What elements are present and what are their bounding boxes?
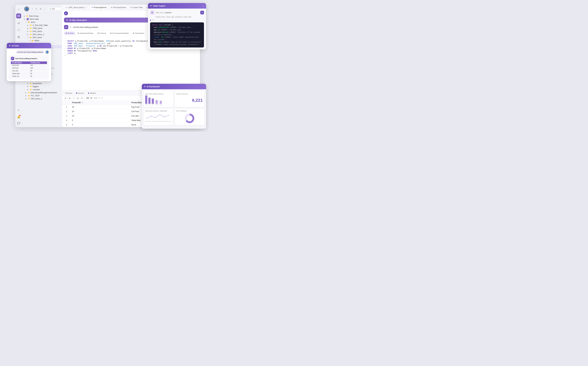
ai-dashboard-panel: ✦ AI Dashboard Top 5 best-selling produc… bbox=[142, 84, 206, 129]
tab-create-table[interactable]: ⊞ Create Table bbox=[128, 6, 144, 9]
data-tab-all[interactable]: ⊞ All Data bbox=[64, 31, 75, 35]
sidebar-item-edu[interactable]: ▶ 📁 EducationalManagementSystem bbox=[22, 91, 62, 94]
sidebar-item-dhx[interactable]: ▶ 📁 DHX_demo bbox=[22, 30, 62, 33]
sidebar-item-new-group[interactable]: ▶ 📁 New Group bbox=[22, 15, 62, 18]
play-icon[interactable]: ▶ bbox=[150, 19, 151, 21]
daily-arrivals-card: Daily store arrivals in September 2022-0… bbox=[144, 109, 173, 125]
row-num-2: 2 bbox=[62, 109, 69, 114]
svg-point-10 bbox=[151, 12, 153, 12]
prev-page-btn[interactable]: ◀ bbox=[68, 97, 71, 99]
list-item: Dog Food120 bbox=[11, 64, 47, 67]
more-dots[interactable]: ··· bbox=[170, 93, 172, 95]
user-feedback-title: User Feedback bbox=[176, 110, 203, 112]
refresh-results-btn[interactable]: ↻ bbox=[100, 97, 104, 99]
icon-chart[interactable] bbox=[16, 21, 21, 25]
icon-bell[interactable]: 🔔 bbox=[16, 114, 21, 119]
icon-grid[interactable] bbox=[16, 35, 21, 39]
tab-erp-script[interactable]: </> ERP_demo (demo) ✕ bbox=[64, 6, 89, 9]
sidebar-item-tables[interactable]: ▼ 📂 tables bbox=[22, 39, 62, 42]
demo-data-label: Demo data bbox=[30, 18, 39, 20]
tab-overview[interactable]: Overview bbox=[64, 92, 74, 95]
folder-icon: 📁 bbox=[28, 95, 30, 97]
folder-open-icon: 📂 bbox=[31, 39, 34, 42]
first-page-btn[interactable]: ⏮ bbox=[64, 97, 67, 99]
total-label: Total : 5 bbox=[94, 97, 99, 99]
page-size-select[interactable]: 200 100 500 bbox=[84, 97, 93, 99]
table-name-value: customer bbox=[165, 12, 172, 14]
result2-close[interactable]: ✕ bbox=[97, 92, 98, 94]
user-feedback-card: User Feedback bbox=[175, 109, 204, 125]
row-num-1: 1 bbox=[62, 105, 69, 109]
bell-badge bbox=[19, 115, 21, 116]
ai-avatar: ✦ bbox=[11, 57, 14, 60]
edit-icon[interactable]: ✎ bbox=[152, 19, 154, 21]
data-tab-products[interactable]: ⊞ Products bbox=[96, 31, 108, 35]
icon-database[interactable] bbox=[16, 14, 21, 18]
chevron-icon: ▶ bbox=[27, 28, 29, 29]
more-btn[interactable]: ··· bbox=[43, 7, 46, 11]
sidebar-item-hex[interactable]: ▶ 📁 HEX_demo_2 bbox=[22, 97, 62, 100]
search-input[interactable] bbox=[52, 8, 61, 10]
tab-purchase-orders[interactable]: ⊞ PurchaseOrders bbox=[109, 6, 128, 9]
donut-chart-svg bbox=[184, 113, 195, 124]
sidebar-item-fjy[interactable]: ▶ 📁 FJY_TEST bbox=[22, 94, 62, 97]
icon-chat-bottom[interactable]: 💬 bbox=[16, 121, 21, 125]
sidebar-item-triggers[interactable]: ▶ 📁 triggers bbox=[22, 85, 62, 88]
copilot-send-btn[interactable]: ➤ bbox=[200, 11, 204, 14]
col-productid[interactable]: ProductID ⇅ bbox=[69, 100, 129, 105]
svg-point-19 bbox=[188, 116, 192, 121]
dropdown-indicator[interactable]: ▼ bbox=[70, 26, 72, 28]
tab-products[interactable]: ⊞ Products[demo] bbox=[90, 6, 109, 9]
sidebar-item-consoles[interactable]: ▶ 📁 consoles bbox=[22, 88, 62, 91]
code-block-line-4: employee BOOLEAN COMMENT 'Indicates if t… bbox=[152, 31, 202, 34]
productid-2: 10 bbox=[69, 109, 129, 114]
folder-icon: 📁 bbox=[30, 27, 32, 29]
tab-add-btn[interactable]: ＋ bbox=[145, 6, 148, 9]
copilot-table-name-row: Table name customer ➤ bbox=[150, 10, 204, 15]
bar-teddy-label: Teddy bbox=[155, 104, 158, 106]
revenue-more[interactable]: ··· bbox=[201, 93, 203, 95]
hex-label: HEX_demo_2 bbox=[31, 98, 42, 100]
tab-result1[interactable]: Result 1 bbox=[75, 92, 86, 95]
refresh-btn[interactable]: ↻ bbox=[35, 7, 38, 11]
products-icon: ⊞ bbox=[97, 32, 99, 34]
chevron-icon: ▶ bbox=[27, 89, 29, 90]
data-tab-pod[interactable]: ⊞ PurchaseOrderDetails bbox=[109, 31, 130, 35]
icon-refresh[interactable]: ↻ bbox=[16, 108, 21, 112]
sidebar-item-a-test[interactable]: ▶ 📁 A_Test_Edit_Table bbox=[22, 24, 62, 27]
sidebar-item-erp[interactable]: ▼ 📂 ERP_demo bbox=[22, 36, 62, 39]
code-line-8: 8 bbox=[62, 55, 200, 57]
chevron-icon: ▶ bbox=[27, 34, 29, 35]
tab-po-label: PurchaseOrders bbox=[113, 7, 126, 8]
sparkle-icon: ✦ bbox=[144, 85, 146, 88]
overview-label: Overview bbox=[65, 92, 72, 94]
page-num[interactable]: 1 bbox=[72, 97, 76, 99]
icon-home[interactable]: ⌂ bbox=[16, 7, 21, 11]
run-button[interactable]: ▶ bbox=[64, 11, 68, 15]
config-btn[interactable]: ⚙ bbox=[39, 7, 42, 11]
productid-4: 5 bbox=[69, 118, 129, 123]
dhx2-label: DHX_demo_2 bbox=[33, 33, 44, 36]
bar-teddy: Teddy bbox=[155, 100, 158, 106]
tab-result2[interactable]: Result 2 ✕ bbox=[86, 92, 100, 95]
icon-chat[interactable] bbox=[16, 28, 21, 32]
avatar: 👤 bbox=[24, 7, 29, 11]
data-tab-so[interactable]: ⊞ SalesOrders bbox=[131, 31, 146, 35]
add-btn[interactable]: ＋ bbox=[30, 7, 34, 11]
sidebar-item-procedures[interactable]: ▶ 📁 procedures bbox=[22, 82, 62, 85]
tab-table-icon2: ⊞ bbox=[111, 7, 112, 8]
sidebar-item-demo-data[interactable]: ▶ DB Demo data bbox=[22, 18, 62, 21]
code-block-line-7: the customer', bbox=[152, 38, 202, 41]
last-page-btn[interactable]: ⏭ bbox=[81, 97, 84, 99]
svg-point-11 bbox=[146, 118, 147, 119]
next-page-btn[interactable]: ▶ bbox=[76, 97, 80, 99]
sidebar-item-demo[interactable]: ▼ 📂 demo bbox=[22, 21, 62, 24]
sidebar-item-dhx2[interactable]: ▶ 📁 DHX_demo_2 bbox=[22, 33, 62, 36]
top-selling-title: Top 5 best-selling products ··· bbox=[145, 93, 172, 95]
chevron-down-icon[interactable]: ⌄ bbox=[203, 5, 204, 7]
ai-query-text: List the best selling products. bbox=[73, 26, 99, 28]
sidebar-item-crm[interactable]: ▶ 📁 CRM_demo bbox=[22, 27, 62, 30]
dhx-label: DHX_demo bbox=[33, 30, 42, 32]
data-tab-sod[interactable]: ⊞ SalesOrderDetails bbox=[76, 31, 95, 35]
tab-close-erp[interactable]: ✕ bbox=[85, 7, 87, 8]
